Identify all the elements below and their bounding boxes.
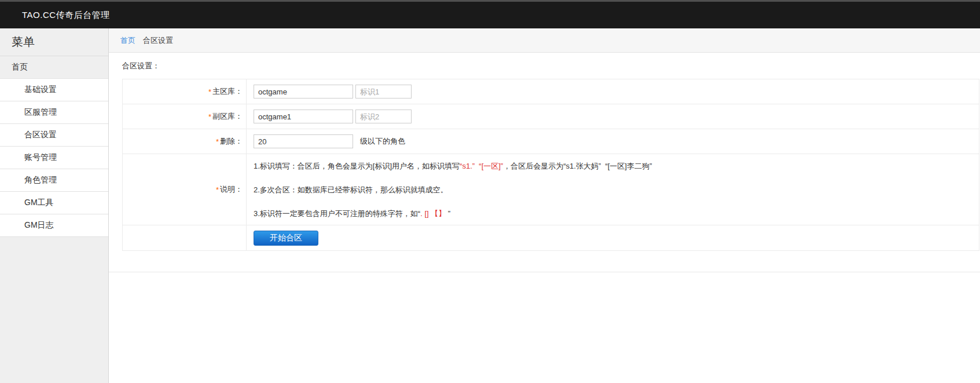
app-header: TAO.CC传奇后台管理 xyxy=(0,0,980,28)
sidebar-item-home[interactable]: 首页 xyxy=(0,56,108,79)
main-db-cell xyxy=(247,79,979,104)
note-3-text: 3.标识符一定要包含用户不可注册的特殊字符，如“ xyxy=(254,209,420,218)
note-1-text: 1.标识填写：合区后，角色会显示为[标识]用户名，如标识填写 xyxy=(254,162,460,170)
section-title: 合区设置： xyxy=(122,61,980,71)
delete-level-label-text: 删除： xyxy=(220,136,243,147)
merge-settings-form: * 主区库： * 副区库： xyxy=(122,79,979,251)
sidebar-item-role-management[interactable]: 角色管理 xyxy=(0,169,108,192)
note-3-text-tail: ” xyxy=(446,209,450,218)
sidebar-item-basic-settings[interactable]: 基础设置 xyxy=(0,79,108,101)
note-1-highlight-2: “[一区]” xyxy=(479,162,503,170)
sidebar-item-server-management[interactable]: 区服管理 xyxy=(0,101,108,124)
main-db-input[interactable] xyxy=(254,85,353,99)
required-mark: * xyxy=(216,185,219,194)
form-row-submit: 开始合区 xyxy=(123,225,979,250)
main-db-label-text: 主区库： xyxy=(212,86,243,97)
sidebar-item-gm-logs[interactable]: GM日志 xyxy=(0,214,108,237)
notes-cell: 1.标识填写：合区后，角色会显示为[标识]用户名，如标识填写“s1.” “[一区… xyxy=(247,154,979,225)
delete-level-label: * 删除： xyxy=(123,129,247,154)
delete-level-input[interactable] xyxy=(254,134,353,148)
notes-label: * 说明： xyxy=(123,154,247,225)
main-layout: 菜单 首页 基础设置 区服管理 合区设置 账号管理 角色管理 GM工具 GM日志… xyxy=(0,28,980,383)
submit-label-spacer xyxy=(123,225,247,250)
breadcrumb-home-link[interactable]: 首页 xyxy=(120,35,135,46)
content-divider xyxy=(109,272,980,272)
sub-db-label: * 副区库： xyxy=(123,104,247,129)
note-line-1: 1.标识填写：合区后，角色会显示为[标识]用户名，如标识填写“s1.” “[一区… xyxy=(254,154,979,178)
breadcrumb-current: 合区设置 xyxy=(143,35,173,46)
sidebar-filler xyxy=(0,237,108,383)
form-row-notes: * 说明： 1.标识填写：合区后，角色会显示为[标识]用户名，如标识填写“s1.… xyxy=(123,154,979,225)
main-db-tag-input[interactable] xyxy=(355,85,412,99)
sub-db-tag-input[interactable] xyxy=(355,110,412,123)
sidebar-item-account-management[interactable]: 账号管理 xyxy=(0,147,108,169)
form-row-main-db: * 主区库： xyxy=(123,79,979,104)
main-db-label: * 主区库： xyxy=(123,79,247,104)
note-line-3: 3.标识符一定要包含用户不可注册的特殊字符，如“. [] 【】 ” xyxy=(254,202,979,225)
note-3-highlight: . [] 【】 xyxy=(420,209,446,218)
required-mark: * xyxy=(216,137,219,146)
sidebar: 菜单 首页 基础设置 区服管理 合区设置 账号管理 角色管理 GM工具 GM日志 xyxy=(0,28,109,383)
app-title: TAO.CC传奇后台管理 xyxy=(22,10,110,21)
form-row-sub-db: * 副区库： xyxy=(123,104,979,129)
delete-level-suffix: 级以下的角色 xyxy=(360,136,405,147)
delete-level-cell: 级以下的角色 xyxy=(247,129,979,154)
note-1-text-tail: ，合区后会显示为“s1.张大妈” “[一区]李二狗” xyxy=(503,162,652,170)
required-mark: * xyxy=(208,87,211,96)
note-1-highlight-1: “s1.” xyxy=(460,162,475,170)
start-merge-button[interactable]: 开始合区 xyxy=(254,231,318,246)
sub-db-label-text: 副区库： xyxy=(212,111,243,122)
notes-label-text: 说明： xyxy=(220,184,243,195)
sub-db-input[interactable] xyxy=(254,110,353,123)
breadcrumb: 首页 合区设置 xyxy=(109,28,980,53)
note-line-2: 2.多次合区：如数据库已经带标识符，那么标识就填成空。 xyxy=(254,178,979,202)
sidebar-item-merge-settings[interactable]: 合区设置 xyxy=(0,124,108,147)
submit-cell: 开始合区 xyxy=(247,225,979,250)
form-row-delete-level: * 删除： 级以下的角色 xyxy=(123,129,979,154)
sidebar-item-gm-tools[interactable]: GM工具 xyxy=(0,192,108,214)
main-content: 首页 合区设置 合区设置： * 主区库： * 副区库： xyxy=(109,28,980,383)
required-mark: * xyxy=(208,112,211,121)
sidebar-menu-title: 菜单 xyxy=(0,28,108,56)
sub-db-cell xyxy=(247,104,979,129)
